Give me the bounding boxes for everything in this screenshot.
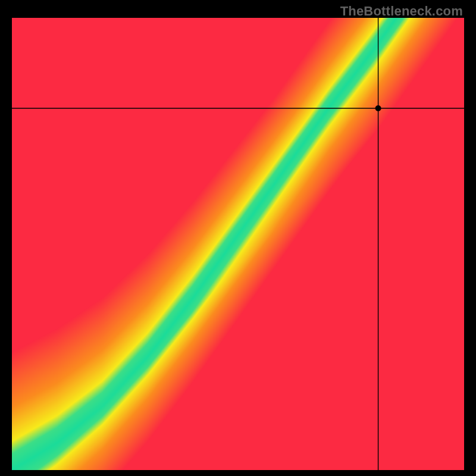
heatmap-canvas — [12, 18, 464, 470]
heatmap-plot — [12, 18, 464, 470]
chart-frame: TheBottleneck.com — [0, 0, 476, 476]
watermark-text: TheBottleneck.com — [340, 4, 463, 19]
